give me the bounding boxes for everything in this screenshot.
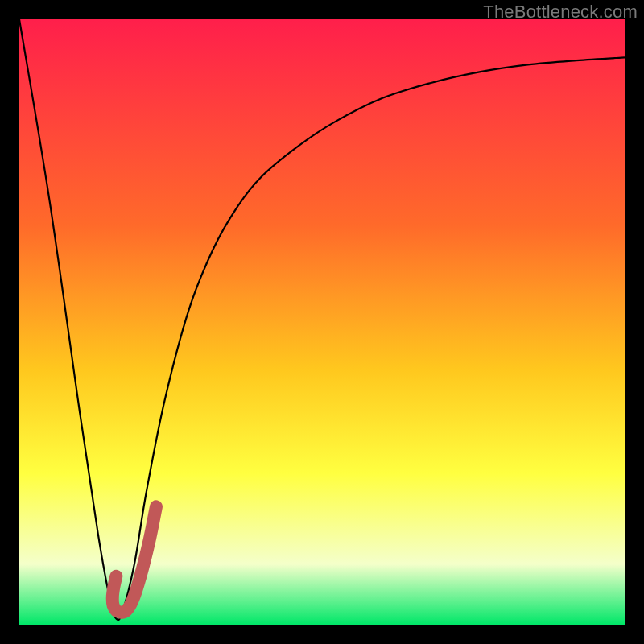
chart-frame (19, 19, 625, 625)
bottleneck-chart (19, 19, 625, 625)
heat-background (19, 19, 625, 625)
